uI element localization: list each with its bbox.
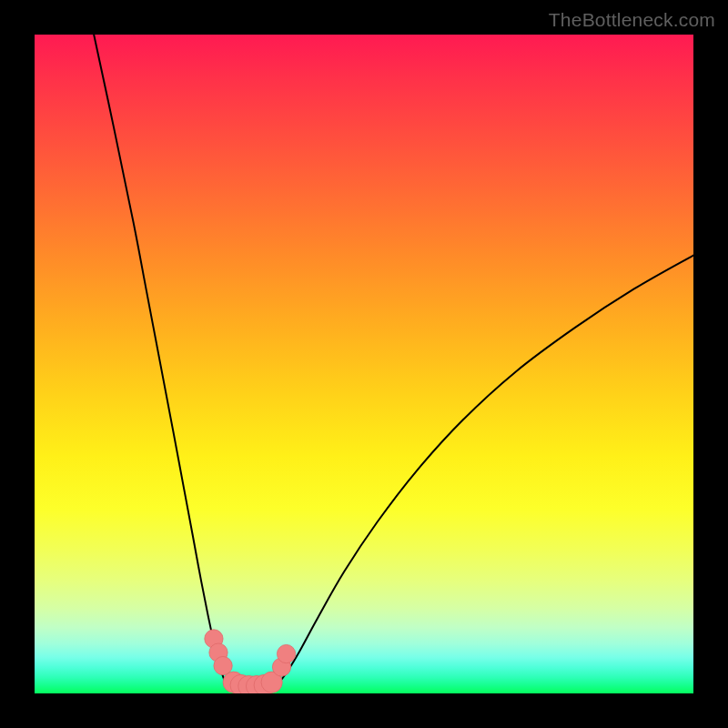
bottleneck-curve (94, 35, 693, 692)
chart-frame: TheBottleneck.com (0, 0, 728, 728)
curve-group (94, 35, 693, 692)
watermark-text: TheBottleneck.com (549, 9, 715, 31)
marker-group (205, 630, 296, 693)
plot-area (35, 35, 693, 693)
bottleneck-curve-svg (35, 35, 693, 693)
curve-marker (277, 644, 295, 662)
